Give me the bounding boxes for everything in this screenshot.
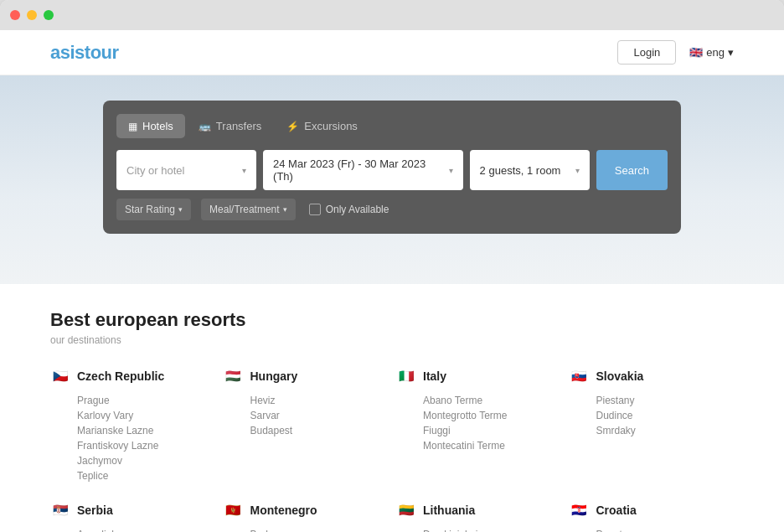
- destination-city[interactable]: Budva: [224, 527, 389, 532]
- browser-window: asistour Login 🇬🇧 eng ▾ ▦ Hotels: [0, 0, 784, 532]
- destination-header: 🇷🇸Serbia: [50, 500, 215, 520]
- star-rating-chevron-icon: ▾: [178, 205, 183, 214]
- destination-city[interactable]: Druskininkai: [396, 527, 561, 532]
- destination-city[interactable]: Marianske Lazne: [50, 423, 215, 438]
- destination-flag-icon: 🇭🇺: [224, 366, 244, 386]
- hero-section: ▦ Hotels 🚌 Transfers ⚡ Excursions: [0, 75, 784, 284]
- destination-country-name: Lithuania: [423, 504, 475, 517]
- only-available-filter[interactable]: Only Available: [309, 204, 389, 215]
- tab-excursions-label: Excursions: [304, 120, 358, 132]
- only-available-label: Only Available: [326, 204, 389, 215]
- destination-country-name: Slovakia: [596, 369, 644, 383]
- tab-hotels-label: Hotels: [142, 120, 173, 132]
- destination-country-name: Croatia: [596, 504, 637, 517]
- destination-header: 🇭🇺Hungary: [224, 366, 389, 386]
- tab-transfers[interactable]: 🚌 Transfers: [187, 114, 273, 138]
- search-tabs: ▦ Hotels 🚌 Transfers ⚡ Excursions: [116, 114, 668, 138]
- dates-chevron-icon: ▾: [449, 166, 453, 175]
- destinations-subtitle: our destinations: [50, 334, 734, 346]
- meal-treatment-label: Meal/Treatment: [209, 204, 280, 215]
- destination-city[interactable]: Dudince: [570, 408, 735, 423]
- destination-flag-icon: 🇭🇷: [570, 500, 590, 520]
- destination-flag-icon: 🇸🇰: [570, 366, 590, 386]
- hotels-icon: ▦: [128, 121, 137, 132]
- tab-transfers-label: Transfers: [216, 120, 261, 132]
- destination-header: 🇲🇪Montenegro: [224, 500, 389, 520]
- destination-city[interactable]: Montecatini Terme: [396, 438, 561, 453]
- dates-field[interactable]: 24 Mar 2023 (Fr) - 30 Mar 2023 (Th) ▾: [263, 150, 463, 190]
- destination-city[interactable]: Arandjelovac: [50, 527, 215, 532]
- destination-city[interactable]: Punat: [570, 527, 735, 532]
- search-button[interactable]: Search: [596, 150, 668, 190]
- destination-country-name: Hungary: [250, 369, 298, 383]
- lang-chevron-icon: ▾: [728, 46, 734, 59]
- meal-treatment-dropdown[interactable]: Meal/Treatment ▾: [201, 199, 296, 220]
- browser-minimize-dot[interactable]: [27, 10, 37, 20]
- search-filters-row: Star Rating ▾ Meal/Treatment ▾ Only Avai…: [116, 199, 668, 220]
- destination-header: 🇱🇹Lithuania: [396, 500, 561, 520]
- destination-city[interactable]: Frantiskovy Lazne: [50, 438, 215, 453]
- destinations-title: Best european resorts: [50, 309, 734, 331]
- site-logo: asistour: [50, 42, 119, 64]
- destination-country-name: Czech Republic: [77, 369, 164, 383]
- flag-icon: 🇬🇧: [689, 46, 703, 59]
- destination-city[interactable]: Jachymov: [50, 453, 215, 468]
- destination-col: 🇮🇹ItalyAbano TermeMontegrotto TermeFiugg…: [396, 366, 561, 483]
- destination-city[interactable]: Abano Terme: [396, 393, 561, 408]
- destination-col: 🇭🇺HungaryHevizSarvarBudapest: [224, 366, 389, 483]
- transfers-icon: 🚌: [199, 121, 211, 132]
- star-rating-label: Star Rating: [125, 204, 175, 215]
- guests-field[interactable]: 2 guests, 1 room ▾: [470, 150, 590, 190]
- tab-hotels[interactable]: ▦ Hotels: [116, 114, 185, 138]
- dates-value: 24 Mar 2023 (Fr) - 30 Mar 2023 (Th): [273, 158, 444, 183]
- meal-chevron-icon: ▾: [283, 205, 287, 214]
- destination-header: 🇸🇰Slovakia: [570, 366, 735, 386]
- destination-city[interactable]: Teplice: [50, 468, 215, 483]
- city-hotel-placeholder: City or hotel: [126, 164, 184, 177]
- destination-city[interactable]: Piestany: [570, 393, 735, 408]
- destination-city[interactable]: Fiuggi: [396, 423, 561, 438]
- guests-value: 2 guests, 1 room: [480, 164, 561, 177]
- destination-country-name: Montenegro: [250, 504, 317, 517]
- destination-country-name: Italy: [423, 369, 446, 383]
- city-hotel-field[interactable]: City or hotel ▾: [116, 150, 256, 190]
- destination-flag-icon: 🇲🇪: [224, 500, 244, 520]
- site-header: asistour Login 🇬🇧 eng ▾: [0, 30, 784, 75]
- browser-maximize-dot[interactable]: [44, 10, 54, 20]
- star-rating-dropdown[interactable]: Star Rating ▾: [116, 199, 191, 220]
- tab-excursions[interactable]: ⚡ Excursions: [275, 114, 369, 138]
- destination-flag-icon: 🇱🇹: [396, 500, 416, 520]
- destination-header: 🇨🇿Czech Republic: [50, 366, 215, 386]
- language-selector[interactable]: 🇬🇧 eng ▾: [689, 46, 734, 59]
- login-button[interactable]: Login: [617, 40, 676, 65]
- destination-col: 🇷🇸SerbiaArandjelovacБеоградVrdnik BanjaV…: [50, 500, 215, 532]
- destination-col: 🇨🇿Czech RepublicPragueKarlovy VaryMarian…: [50, 366, 215, 483]
- lang-label: eng: [706, 46, 725, 59]
- destination-col: 🇲🇪MontenegroBudvaHerceg NoviTivat: [224, 500, 389, 532]
- browser-body: asistour Login 🇬🇧 eng ▾ ▦ Hotels: [0, 30, 784, 532]
- search-box: ▦ Hotels 🚌 Transfers ⚡ Excursions: [103, 101, 681, 234]
- destination-city[interactable]: Sarvar: [224, 408, 389, 423]
- main-content: Best european resorts our destinations 🇨…: [0, 284, 784, 532]
- browser-titlebar: [0, 0, 784, 30]
- destination-col: 🇸🇰SlovakiaPiestanyDudinceSmrdaky: [570, 366, 735, 483]
- destination-city[interactable]: Karlovy Vary: [50, 408, 215, 423]
- destination-header: 🇭🇷Croatia: [570, 500, 735, 520]
- destination-city[interactable]: Heviz: [224, 393, 389, 408]
- destination-flag-icon: 🇨🇿: [50, 366, 70, 386]
- destination-city[interactable]: Montegrotto Terme: [396, 408, 561, 423]
- search-inputs-row: City or hotel ▾ 24 Mar 2023 (Fr) - 30 Ma…: [116, 150, 668, 190]
- city-chevron-icon: ▾: [242, 166, 246, 175]
- destination-country-name: Serbia: [77, 504, 113, 517]
- destination-city[interactable]: Smrdaky: [570, 423, 735, 438]
- destination-flag-icon: 🇷🇸: [50, 500, 70, 520]
- destination-city[interactable]: Budapest: [224, 423, 389, 438]
- only-available-checkbox[interactable]: [309, 204, 321, 215]
- destination-city[interactable]: Prague: [50, 393, 215, 408]
- header-right: Login 🇬🇧 eng ▾: [617, 40, 734, 65]
- browser-close-dot[interactable]: [10, 10, 20, 20]
- destination-flag-icon: 🇮🇹: [396, 366, 416, 386]
- destination-col: 🇱🇹LithuaniaDruskininkaiBirstonasPalanga: [396, 500, 561, 532]
- excursions-icon: ⚡: [286, 121, 299, 132]
- guests-chevron-icon: ▾: [575, 166, 580, 175]
